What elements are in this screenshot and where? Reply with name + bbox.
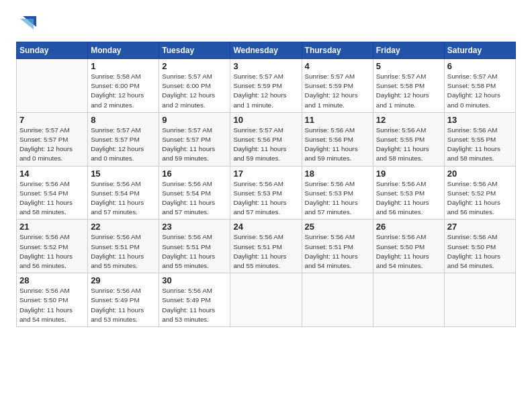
calendar-cell: 28Sunrise: 5:56 AM Sunset: 5:50 PM Dayli… [17, 273, 88, 327]
day-info: Sunrise: 5:56 AM Sunset: 5:55 PM Dayligh… [376, 126, 441, 164]
day-info: Sunrise: 5:56 AM Sunset: 5:49 PM Dayligh… [162, 286, 227, 324]
calendar-cell: 22Sunrise: 5:56 AM Sunset: 5:51 PM Dayli… [88, 220, 159, 273]
day-number: 24 [233, 222, 298, 232]
day-number: 12 [376, 115, 441, 125]
week-row-3: 14Sunrise: 5:56 AM Sunset: 5:54 PM Dayli… [17, 166, 516, 220]
day-info: Sunrise: 5:57 AM Sunset: 5:57 PM Dayligh… [91, 126, 156, 164]
calendar-cell: 17Sunrise: 5:56 AM Sunset: 5:53 PM Dayli… [230, 166, 302, 220]
day-info: Sunrise: 5:56 AM Sunset: 5:54 PM Dayligh… [162, 179, 227, 218]
day-number: 6 [447, 61, 513, 71]
calendar-cell: 21Sunrise: 5:56 AM Sunset: 5:52 PM Dayli… [17, 220, 88, 273]
day-number: 11 [305, 115, 370, 125]
svg-marker-1 [20, 19, 34, 30]
calendar-cell: 11Sunrise: 5:56 AM Sunset: 5:56 PM Dayli… [302, 112, 373, 166]
day-info: Sunrise: 5:56 AM Sunset: 5:56 PM Dayligh… [305, 126, 370, 164]
day-number: 7 [19, 115, 85, 125]
day-number: 10 [233, 115, 298, 125]
day-number: 4 [305, 61, 370, 71]
week-row-5: 28Sunrise: 5:56 AM Sunset: 5:50 PM Dayli… [17, 273, 516, 327]
day-number: 2 [162, 61, 227, 71]
calendar-cell: 13Sunrise: 5:56 AM Sunset: 5:55 PM Dayli… [444, 112, 515, 166]
day-info: Sunrise: 5:56 AM Sunset: 5:51 PM Dayligh… [162, 232, 227, 271]
day-info: Sunrise: 5:56 AM Sunset: 5:50 PM Dayligh… [376, 232, 441, 271]
day-info: Sunrise: 5:57 AM Sunset: 5:58 PM Dayligh… [376, 72, 441, 110]
week-row-1: 1Sunrise: 5:58 AM Sunset: 6:00 PM Daylig… [17, 59, 516, 113]
day-info: Sunrise: 5:56 AM Sunset: 5:50 PM Dayligh… [447, 232, 513, 271]
col-header-sunday: Sunday [17, 42, 88, 59]
day-info: Sunrise: 5:57 AM Sunset: 5:56 PM Dayligh… [233, 126, 298, 164]
calendar-cell: 14Sunrise: 5:56 AM Sunset: 5:54 PM Dayli… [17, 166, 88, 220]
calendar-cell: 30Sunrise: 5:56 AM Sunset: 5:49 PM Dayli… [159, 273, 230, 327]
calendar-cell [444, 273, 515, 327]
calendar-cell: 8Sunrise: 5:57 AM Sunset: 5:57 PM Daylig… [88, 112, 159, 166]
day-info: Sunrise: 5:56 AM Sunset: 5:54 PM Dayligh… [19, 179, 85, 218]
calendar-cell: 12Sunrise: 5:56 AM Sunset: 5:55 PM Dayli… [373, 112, 444, 166]
day-number: 23 [162, 222, 227, 232]
day-info: Sunrise: 5:56 AM Sunset: 5:54 PM Dayligh… [91, 179, 156, 218]
day-info: Sunrise: 5:57 AM Sunset: 6:00 PM Dayligh… [162, 72, 227, 110]
logo-icon [17, 13, 39, 32]
day-info: Sunrise: 5:56 AM Sunset: 5:51 PM Dayligh… [305, 232, 370, 271]
calendar-cell: 2Sunrise: 5:57 AM Sunset: 6:00 PM Daylig… [159, 59, 230, 113]
calendar-cell [230, 273, 302, 327]
header-row: SundayMondayTuesdayWednesdayThursdayFrid… [17, 42, 516, 59]
day-info: Sunrise: 5:57 AM Sunset: 5:57 PM Dayligh… [19, 126, 85, 164]
calendar-cell: 25Sunrise: 5:56 AM Sunset: 5:51 PM Dayli… [302, 220, 373, 273]
calendar-cell: 1Sunrise: 5:58 AM Sunset: 6:00 PM Daylig… [88, 59, 159, 113]
calendar-cell: 3Sunrise: 5:57 AM Sunset: 5:59 PM Daylig… [230, 59, 302, 113]
day-info: Sunrise: 5:57 AM Sunset: 5:58 PM Dayligh… [447, 72, 513, 110]
day-info: Sunrise: 5:57 AM Sunset: 5:59 PM Dayligh… [233, 72, 298, 110]
day-number: 27 [447, 222, 513, 232]
day-info: Sunrise: 5:56 AM Sunset: 5:52 PM Dayligh… [19, 232, 85, 271]
header [16, 13, 516, 32]
day-info: Sunrise: 5:57 AM Sunset: 5:57 PM Dayligh… [162, 126, 227, 164]
day-number: 21 [19, 222, 85, 232]
day-number: 1 [91, 61, 156, 71]
week-row-4: 21Sunrise: 5:56 AM Sunset: 5:52 PM Dayli… [17, 220, 516, 273]
col-header-wednesday: Wednesday [230, 42, 302, 59]
calendar-cell: 19Sunrise: 5:56 AM Sunset: 5:53 PM Dayli… [373, 166, 444, 220]
week-row-2: 7Sunrise: 5:57 AM Sunset: 5:57 PM Daylig… [17, 112, 516, 166]
day-number: 19 [376, 169, 441, 179]
calendar-cell: 29Sunrise: 5:56 AM Sunset: 5:49 PM Dayli… [88, 273, 159, 327]
col-header-tuesday: Tuesday [159, 42, 230, 59]
calendar-cell: 10Sunrise: 5:57 AM Sunset: 5:56 PM Dayli… [230, 112, 302, 166]
day-number: 16 [162, 169, 227, 179]
day-number: 29 [91, 275, 156, 285]
day-info: Sunrise: 5:58 AM Sunset: 6:00 PM Dayligh… [91, 72, 156, 110]
page: SundayMondayTuesdayWednesdayThursdayFrid… [0, 0, 532, 338]
calendar-cell: 4Sunrise: 5:57 AM Sunset: 5:59 PM Daylig… [302, 59, 373, 113]
calendar-cell: 7Sunrise: 5:57 AM Sunset: 5:57 PM Daylig… [17, 112, 88, 166]
day-number: 18 [305, 169, 370, 179]
col-header-friday: Friday [373, 42, 444, 59]
day-info: Sunrise: 5:56 AM Sunset: 5:52 PM Dayligh… [447, 179, 513, 218]
calendar-cell [302, 273, 373, 327]
day-info: Sunrise: 5:56 AM Sunset: 5:55 PM Dayligh… [447, 126, 513, 164]
day-info: Sunrise: 5:56 AM Sunset: 5:49 PM Dayligh… [91, 286, 156, 324]
col-header-monday: Monday [88, 42, 159, 59]
calendar-cell: 9Sunrise: 5:57 AM Sunset: 5:57 PM Daylig… [159, 112, 230, 166]
logo [16, 13, 39, 32]
day-number: 26 [376, 222, 441, 232]
day-number: 20 [447, 169, 513, 179]
calendar-cell: 27Sunrise: 5:56 AM Sunset: 5:50 PM Dayli… [444, 220, 515, 273]
day-info: Sunrise: 5:56 AM Sunset: 5:53 PM Dayligh… [305, 179, 370, 218]
calendar-cell: 15Sunrise: 5:56 AM Sunset: 5:54 PM Dayli… [88, 166, 159, 220]
calendar-cell: 6Sunrise: 5:57 AM Sunset: 5:58 PM Daylig… [444, 59, 515, 113]
day-number: 25 [305, 222, 370, 232]
day-info: Sunrise: 5:56 AM Sunset: 5:53 PM Dayligh… [233, 179, 298, 218]
calendar-cell: 24Sunrise: 5:56 AM Sunset: 5:51 PM Dayli… [230, 220, 302, 273]
day-number: 17 [233, 169, 298, 179]
day-number: 22 [91, 222, 156, 232]
calendar-cell: 5Sunrise: 5:57 AM Sunset: 5:58 PM Daylig… [373, 59, 444, 113]
calendar-cell [17, 59, 88, 113]
day-info: Sunrise: 5:56 AM Sunset: 5:51 PM Dayligh… [233, 232, 298, 271]
calendar-cell: 16Sunrise: 5:56 AM Sunset: 5:54 PM Dayli… [159, 166, 230, 220]
day-number: 13 [447, 115, 513, 125]
calendar-cell: 26Sunrise: 5:56 AM Sunset: 5:50 PM Dayli… [373, 220, 444, 273]
day-number: 30 [162, 275, 227, 285]
day-number: 8 [91, 115, 156, 125]
day-info: Sunrise: 5:56 AM Sunset: 5:50 PM Dayligh… [19, 286, 85, 324]
day-info: Sunrise: 5:56 AM Sunset: 5:51 PM Dayligh… [91, 232, 156, 271]
col-header-thursday: Thursday [302, 42, 373, 59]
